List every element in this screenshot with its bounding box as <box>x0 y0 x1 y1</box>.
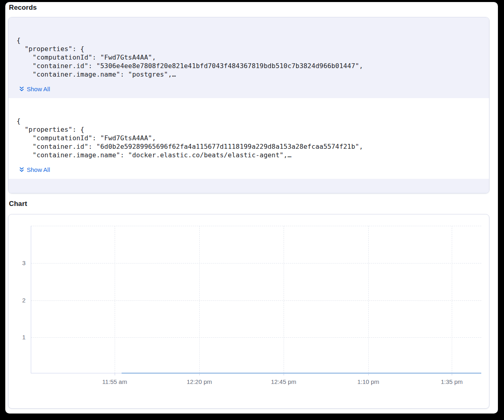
show-all-label: Show All <box>27 166 50 173</box>
show-all-button-1[interactable]: Show All <box>19 86 50 92</box>
gridline-x-1245pm <box>284 226 284 373</box>
record-json-line: "properties": { <box>17 45 479 53</box>
records-section-title: Records <box>9 4 37 12</box>
x-tick-mark <box>115 373 115 375</box>
record-json-line: "container.id": "5306e4ee8e7808f20e821e4… <box>17 62 479 70</box>
record-footer-stripe <box>9 179 489 193</box>
gridline-x-1155am <box>115 226 115 373</box>
record-json-line: "container.image.name": "postgres",… <box>17 70 479 79</box>
double-chevron-down-icon <box>19 167 24 173</box>
gridline-x-135pm <box>452 226 452 373</box>
records-panel: { "properties": { "computationId": "Fwd7… <box>8 17 489 193</box>
y-axis-label-3: 3 <box>11 259 26 266</box>
chart-plot-area: 3 2 1 11:55 am 12:20 pm 12:45 pm 1:10 pm… <box>31 226 481 373</box>
record-json-line: "computationId": "Fwd7GtsA4AA", <box>17 134 479 142</box>
gridline-y4 <box>31 226 481 226</box>
x-axis-label-5: 1:35 pm <box>434 378 470 385</box>
gridline-x-110pm <box>368 226 369 373</box>
page: Records { "properties": { "computationId… <box>5 2 498 414</box>
record-json-line: { <box>17 117 479 125</box>
show-all-button-2[interactable]: Show All <box>19 166 50 173</box>
gridline-y3 <box>31 263 481 264</box>
record-item-1: { "properties": { "computationId": "Fwd7… <box>9 17 489 98</box>
x-axis-label-2: 12:20 pm <box>181 378 218 385</box>
record-item-2: { "properties": { "computationId": "Fwd7… <box>9 98 489 179</box>
chart-panel: 3 2 1 11:55 am 12:20 pm 12:45 pm 1:10 pm… <box>8 214 489 409</box>
record-json-preview: { "properties": { "computationId": "Fwd7… <box>17 36 479 79</box>
series-line <box>122 373 481 374</box>
x-axis-label-1: 11:55 am <box>96 378 133 385</box>
record-json-line: "computationId": "Fwd7GtsA4AA", <box>17 53 479 62</box>
y-axis-label-2: 2 <box>11 297 26 304</box>
x-axis-label-4: 1:10 pm <box>350 378 387 385</box>
record-json-preview: { "properties": { "computationId": "Fwd7… <box>17 117 479 159</box>
show-all-label: Show All <box>27 86 50 92</box>
gridline-y1 <box>31 337 481 338</box>
record-json-line: "container.image.name": "docker.elastic.… <box>17 151 479 159</box>
y-axis-label-1: 1 <box>11 334 26 341</box>
gridline-x-1220pm <box>199 226 200 373</box>
x-axis-label-3: 12:45 pm <box>265 378 302 385</box>
double-chevron-down-icon <box>19 86 24 92</box>
chart-section-title: Chart <box>9 200 27 208</box>
record-json-line: { <box>17 36 479 45</box>
record-json-line: "container.id": "6d0b2e59289965696f62fa4… <box>17 142 479 151</box>
gridline-y2 <box>31 300 481 301</box>
record-json-line: "properties": { <box>17 125 479 134</box>
